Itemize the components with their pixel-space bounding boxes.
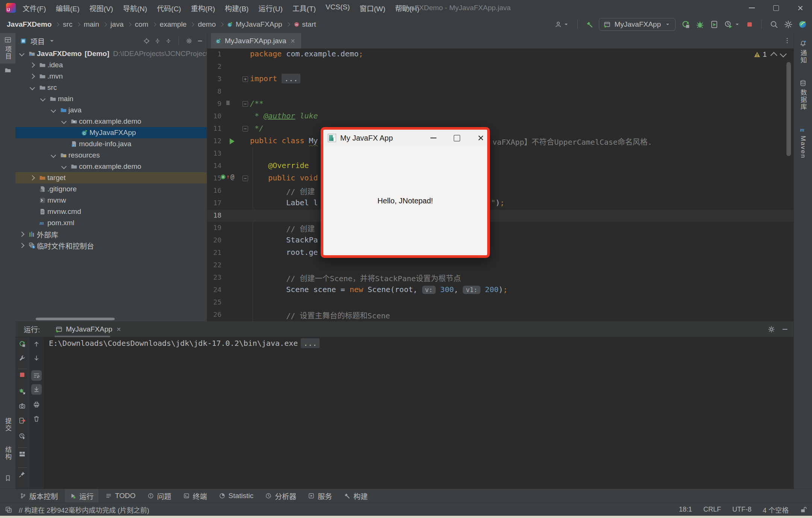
tree-item-mvnw[interactable]: mvnw (15, 195, 207, 206)
tab-options-icon[interactable] (784, 37, 791, 44)
stripe-button-项目[interactable]: 项目 (0, 33, 15, 64)
menu-item[interactable]: 视图(V) (89, 3, 113, 13)
tree-chevron[interactable] (18, 242, 26, 249)
tree-chevron[interactable] (39, 95, 47, 103)
tree-item-[interactable]: 临时文件和控制台 (15, 240, 207, 251)
hide-panel-icon[interactable] (782, 326, 788, 333)
menu-item[interactable]: 窗口(W) (359, 3, 385, 13)
prev-warning-icon[interactable] (770, 52, 777, 59)
javafx-maximize-icon[interactable] (454, 135, 460, 141)
code-editor[interactable]: 1package com.example.demo;23+import ...8… (207, 49, 794, 321)
minimize-button[interactable] (740, 0, 764, 16)
javafx-app-window[interactable]: My JavaFX App Hello, JNotepad! (321, 127, 490, 258)
menu-item[interactable]: 编辑(E) (56, 3, 79, 13)
menu-item[interactable]: 文件(F) (23, 3, 46, 13)
tool-tab-问题[interactable]: 问题 (143, 489, 176, 503)
menu-item[interactable]: 代码(C) (157, 3, 181, 13)
fold-expand-icon[interactable]: + (242, 76, 248, 82)
exit-icon[interactable] (19, 417, 26, 424)
stripe-button-folder-plain[interactable] (0, 64, 15, 77)
project-horizontal-scrollbar[interactable] (36, 318, 115, 320)
breadcrumb-item[interactable]: demo (198, 20, 216, 29)
tree-chevron[interactable] (60, 118, 68, 125)
override-gutter-icon[interactable]: o↑@ (221, 174, 234, 180)
menu-item[interactable]: VCS(S) (326, 3, 350, 13)
tool-tab-终端[interactable]: 终端 (179, 489, 212, 503)
menu-item[interactable]: 工具(T) (292, 3, 316, 13)
breadcrumb-item[interactable]: src (63, 20, 72, 29)
gear-button[interactable] (186, 38, 192, 44)
editor-scrollbar[interactable] (786, 62, 791, 156)
run-button[interactable] (682, 20, 690, 29)
tool-tab-构建[interactable]: 构建 (339, 489, 373, 503)
target-button[interactable] (144, 38, 150, 44)
tree-item-target[interactable]: target (15, 172, 207, 183)
build-button[interactable] (586, 21, 593, 28)
run-tab-close-icon[interactable] (116, 326, 122, 332)
softwrap-icon[interactable] (31, 370, 42, 381)
tree-chevron[interactable] (29, 61, 36, 69)
rerun-icon[interactable] (19, 341, 26, 347)
restore-button[interactable] (764, 0, 788, 16)
layout-icon[interactable] (19, 451, 26, 457)
scrollend-icon[interactable] (31, 384, 42, 395)
stripe-button-数据库[interactable]: 数据库 (794, 76, 812, 114)
javafx-titlebar[interactable]: My JavaFX App (323, 130, 487, 146)
console-output[interactable]: E:\Downloads\CodesDownloads\jdk\jdk-17.0… (44, 337, 794, 489)
menu-item[interactable]: 运行(U) (258, 3, 282, 13)
tree-item-.mvn[interactable]: .mvn (15, 71, 207, 82)
breadcrumb-item[interactable]: example (160, 20, 187, 29)
tree-item-[interactable]: 外部库 (15, 229, 207, 240)
line-separator[interactable]: CRLF (703, 506, 721, 513)
trash-icon[interactable] (33, 415, 40, 422)
tree-chevron[interactable] (29, 84, 36, 91)
fold-collapse-icon[interactable]: − (242, 126, 248, 132)
run-gutter-icon[interactable] (230, 138, 235, 144)
collapse-button[interactable] (165, 38, 171, 44)
stop-icon[interactable] (19, 371, 26, 378)
editor-tab[interactable]: C MyJavaFXApp.java (211, 33, 301, 48)
tree-chevron[interactable] (18, 230, 26, 238)
minus-button[interactable] (197, 38, 203, 44)
learn-button[interactable] (798, 20, 807, 29)
tree-item-com.example.demo[interactable]: com.example.demo (15, 161, 207, 172)
tree-item-src[interactable]: src (15, 82, 207, 93)
search-everywhere-button[interactable] (770, 20, 778, 29)
javafx-minimize-icon[interactable] (430, 138, 436, 138)
wrench-icon[interactable] (19, 355, 26, 362)
caret-position[interactable]: 18:1 (679, 506, 692, 513)
tab-close-icon[interactable] (290, 38, 296, 44)
tree-item-java[interactable]: java (15, 105, 207, 116)
debug-button[interactable] (696, 20, 704, 29)
indent-setting[interactable]: 4 个空格 (763, 505, 789, 515)
run-tab[interactable]: MyJavaFXApp (56, 325, 122, 333)
tool-tab-服务[interactable]: 服务 (303, 489, 337, 503)
up-icon[interactable] (33, 341, 40, 347)
breadcrumb-item[interactable]: CMyJavaFXApp (227, 20, 282, 29)
tool-tab-运行[interactable]: 运行 (65, 489, 98, 503)
breadcrumb-item[interactable]: java (111, 20, 124, 29)
stop-button[interactable] (746, 21, 753, 28)
chevron-down-icon[interactable] (48, 38, 55, 44)
pin-icon[interactable] (19, 471, 26, 478)
run-config-selector[interactable]: MyJavaFXApp (599, 18, 676, 31)
tree-chevron[interactable] (50, 151, 57, 159)
next-warning-icon[interactable] (780, 50, 786, 57)
profiler-button[interactable] (724, 20, 740, 29)
tree-item-mvnw.cmd[interactable]: mvnw.cmd (15, 206, 207, 217)
expand-button[interactable] (155, 38, 161, 44)
tree-chevron[interactable] (60, 163, 68, 170)
camera-icon[interactable] (19, 403, 26, 409)
menu-item[interactable]: 重构(R) (191, 3, 215, 13)
status-message[interactable]: // 构建在 2秒942毫秒内成功完成 (片刻之前) (19, 505, 149, 515)
profiler-clock-icon[interactable] (19, 433, 26, 439)
tree-item-JavaFXDemo[interactable]: JavaFXDemo[Demo]D:\IDEAProjects\JCNCProj… (15, 49, 207, 59)
tool-window-switcher-icon[interactable] (5, 506, 12, 513)
down-icon[interactable] (33, 355, 40, 362)
settings-button[interactable] (784, 20, 792, 29)
tree-item-resources[interactable]: resources (15, 150, 207, 161)
breadcrumb-item[interactable]: mstart (294, 20, 316, 29)
breadcrumb-item[interactable]: com (135, 20, 148, 29)
tool-tab-分析器[interactable]: 分析器 (261, 489, 301, 503)
tree-chevron[interactable] (50, 106, 57, 114)
